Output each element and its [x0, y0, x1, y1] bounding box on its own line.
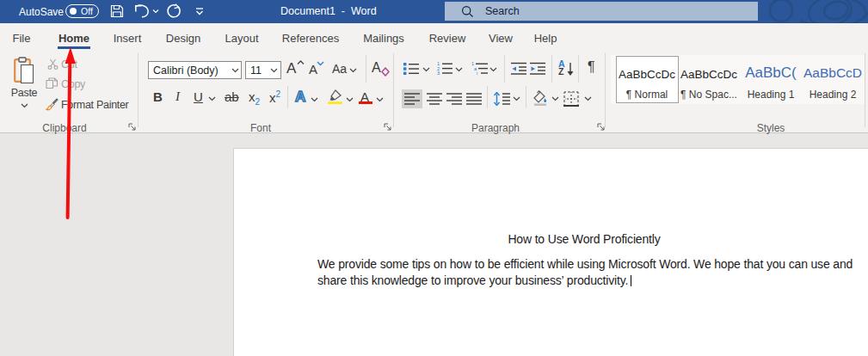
- svg-text:i: i: [477, 71, 477, 76]
- svg-text:3: 3: [437, 71, 440, 76]
